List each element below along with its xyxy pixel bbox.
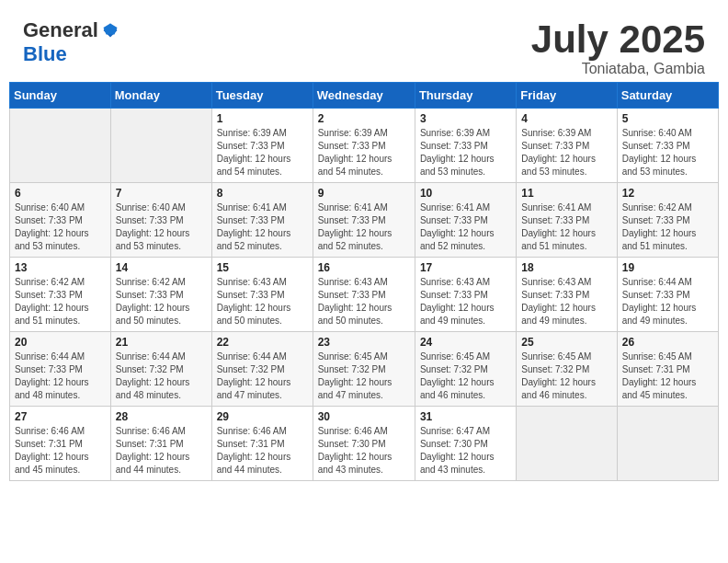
weekday-header: Monday [110,83,211,109]
day-info: Sunrise: 6:45 AMSunset: 7:32 PMDaylight:… [521,350,611,402]
day-number: 2 [318,112,410,125]
logo-general: General [23,18,98,42]
day-number: 27 [15,410,106,423]
day-number: 8 [217,187,308,200]
calendar-cell: 14Sunrise: 6:42 AMSunset: 7:33 PMDayligh… [110,258,211,332]
calendar-cell: 16Sunrise: 6:43 AMSunset: 7:33 PMDayligh… [313,258,415,332]
day-info: Sunrise: 6:39 AMSunset: 7:33 PMDaylight:… [318,127,410,178]
calendar-cell: 7Sunrise: 6:40 AMSunset: 7:33 PMDaylight… [110,183,211,258]
logo-blue: Blue [23,42,67,65]
day-number: 28 [116,410,207,423]
day-info: Sunrise: 6:39 AMSunset: 7:33 PMDaylight:… [521,127,611,178]
day-info: Sunrise: 6:42 AMSunset: 7:33 PMDaylight:… [622,201,713,253]
day-number: 21 [116,336,207,349]
calendar-cell: 21Sunrise: 6:44 AMSunset: 7:32 PMDayligh… [110,332,211,407]
day-number: 22 [217,336,308,349]
calendar-cell: 5Sunrise: 6:40 AMSunset: 7:33 PMDaylight… [617,109,718,183]
day-info: Sunrise: 6:44 AMSunset: 7:33 PMDaylight:… [15,350,106,402]
calendar-week-row: 27Sunrise: 6:46 AMSunset: 7:31 PMDayligh… [10,407,719,481]
calendar-cell: 18Sunrise: 6:43 AMSunset: 7:33 PMDayligh… [517,258,617,332]
day-info: Sunrise: 6:46 AMSunset: 7:31 PMDaylight:… [116,425,207,477]
day-info: Sunrise: 6:41 AMSunset: 7:33 PMDaylight:… [521,201,611,253]
day-number: 16 [318,261,410,274]
calendar-week-row: 20Sunrise: 6:44 AMSunset: 7:33 PMDayligh… [10,332,719,407]
calendar-week-row: 6Sunrise: 6:40 AMSunset: 7:33 PMDaylight… [10,183,719,258]
calendar-cell: 22Sunrise: 6:44 AMSunset: 7:32 PMDayligh… [211,332,313,407]
calendar-cell: 19Sunrise: 6:44 AMSunset: 7:33 PMDayligh… [617,258,718,332]
calendar-cell: 26Sunrise: 6:45 AMSunset: 7:31 PMDayligh… [617,332,718,407]
day-number: 18 [521,261,611,274]
weekday-header: Sunday [10,83,111,109]
day-number: 14 [116,261,207,274]
day-number: 17 [420,261,511,274]
day-info: Sunrise: 6:40 AMSunset: 7:33 PMDaylight:… [622,127,713,178]
day-info: Sunrise: 6:40 AMSunset: 7:33 PMDaylight:… [15,201,106,253]
location-title: Toniataba, Gambia [531,61,705,77]
day-info: Sunrise: 6:46 AMSunset: 7:31 PMDaylight:… [15,425,106,477]
day-info: Sunrise: 6:46 AMSunset: 7:31 PMDaylight:… [217,425,308,477]
day-number: 10 [420,187,511,200]
calendar-cell: 10Sunrise: 6:41 AMSunset: 7:33 PMDayligh… [415,183,516,258]
calendar-cell: 1Sunrise: 6:39 AMSunset: 7:33 PMDaylight… [211,109,313,183]
calendar-cell [110,109,211,183]
day-number: 23 [318,336,410,349]
day-info: Sunrise: 6:44 AMSunset: 7:32 PMDaylight:… [217,350,308,402]
page-header: General Blue July 2025 Toniataba, Gambia [9,9,719,82]
day-info: Sunrise: 6:45 AMSunset: 7:32 PMDaylight:… [420,350,511,402]
calendar-cell: 12Sunrise: 6:42 AMSunset: 7:33 PMDayligh… [617,183,718,258]
calendar-cell: 13Sunrise: 6:42 AMSunset: 7:33 PMDayligh… [10,258,111,332]
day-number: 11 [521,187,611,200]
calendar-cell: 23Sunrise: 6:45 AMSunset: 7:32 PMDayligh… [313,332,415,407]
day-info: Sunrise: 6:41 AMSunset: 7:33 PMDaylight:… [217,201,308,253]
calendar-cell: 15Sunrise: 6:43 AMSunset: 7:33 PMDayligh… [211,258,313,332]
calendar-week-row: 1Sunrise: 6:39 AMSunset: 7:33 PMDaylight… [10,109,719,183]
calendar-cell: 3Sunrise: 6:39 AMSunset: 7:33 PMDaylight… [415,109,516,183]
day-number: 29 [217,410,308,423]
calendar-cell: 8Sunrise: 6:41 AMSunset: 7:33 PMDaylight… [211,183,313,258]
day-number: 5 [622,112,713,125]
day-number: 31 [420,410,511,423]
day-number: 25 [521,336,611,349]
calendar-cell: 25Sunrise: 6:45 AMSunset: 7:32 PMDayligh… [517,332,617,407]
day-number: 1 [217,112,308,125]
day-info: Sunrise: 6:43 AMSunset: 7:33 PMDaylight:… [521,276,611,327]
calendar-week-row: 13Sunrise: 6:42 AMSunset: 7:33 PMDayligh… [10,258,719,332]
day-info: Sunrise: 6:39 AMSunset: 7:33 PMDaylight:… [217,127,308,178]
day-info: Sunrise: 6:44 AMSunset: 7:33 PMDaylight:… [622,276,713,327]
logo-icon [102,22,119,39]
day-info: Sunrise: 6:43 AMSunset: 7:33 PMDaylight:… [217,276,308,327]
logo: General Blue [23,18,119,66]
day-info: Sunrise: 6:47 AMSunset: 7:30 PMDaylight:… [420,425,511,477]
calendar-cell: 4Sunrise: 6:39 AMSunset: 7:33 PMDaylight… [517,109,617,183]
day-info: Sunrise: 6:42 AMSunset: 7:33 PMDaylight:… [15,276,106,327]
calendar-cell [10,109,111,183]
calendar-cell: 27Sunrise: 6:46 AMSunset: 7:31 PMDayligh… [10,407,111,481]
calendar-cell: 6Sunrise: 6:40 AMSunset: 7:33 PMDaylight… [10,183,111,258]
day-info: Sunrise: 6:41 AMSunset: 7:33 PMDaylight:… [318,201,410,253]
calendar-cell [617,407,718,481]
day-number: 7 [116,187,207,200]
calendar-cell: 17Sunrise: 6:43 AMSunset: 7:33 PMDayligh… [415,258,516,332]
title-block: July 2025 Toniataba, Gambia [531,18,705,77]
calendar-cell: 24Sunrise: 6:45 AMSunset: 7:32 PMDayligh… [415,332,516,407]
weekday-header: Friday [517,83,617,109]
calendar-cell: 9Sunrise: 6:41 AMSunset: 7:33 PMDaylight… [313,183,415,258]
day-info: Sunrise: 6:41 AMSunset: 7:33 PMDaylight:… [420,201,511,253]
calendar-cell: 29Sunrise: 6:46 AMSunset: 7:31 PMDayligh… [211,407,313,481]
month-title: July 2025 [531,18,705,61]
weekday-header: Thursday [415,83,516,109]
day-number: 9 [318,187,410,200]
day-info: Sunrise: 6:43 AMSunset: 7:33 PMDaylight:… [318,276,410,327]
day-info: Sunrise: 6:40 AMSunset: 7:33 PMDaylight:… [116,201,207,253]
calendar-table: SundayMondayTuesdayWednesdayThursdayFrid… [9,82,719,481]
calendar-cell: 31Sunrise: 6:47 AMSunset: 7:30 PMDayligh… [415,407,516,481]
day-info: Sunrise: 6:45 AMSunset: 7:32 PMDaylight:… [318,350,410,402]
day-number: 19 [622,261,713,274]
day-number: 6 [15,187,106,200]
calendar-cell: 11Sunrise: 6:41 AMSunset: 7:33 PMDayligh… [517,183,617,258]
calendar-cell: 28Sunrise: 6:46 AMSunset: 7:31 PMDayligh… [110,407,211,481]
calendar-cell [517,407,617,481]
calendar-header-row: SundayMondayTuesdayWednesdayThursdayFrid… [10,83,719,109]
weekday-header: Wednesday [313,83,415,109]
day-number: 26 [622,336,713,349]
